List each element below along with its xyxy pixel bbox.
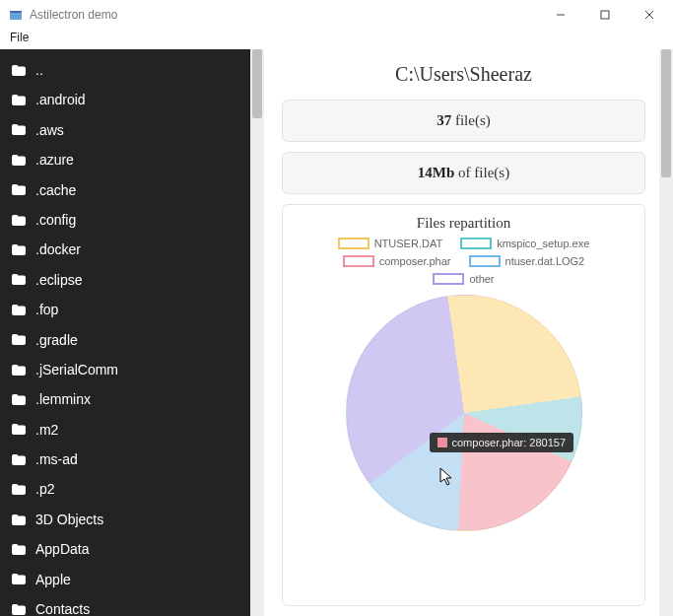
legend-item[interactable]: composer.phar (343, 255, 451, 267)
chart-title: Files repartition (417, 215, 510, 232)
folder-icon (12, 454, 26, 465)
folder-icon (12, 65, 26, 76)
file-count-suffix: file(s) (451, 112, 491, 128)
sidebar-item-label: .gradle (35, 329, 78, 351)
sidebar-item[interactable]: .lemminx (0, 384, 250, 414)
sidebar-item-label: .. (35, 59, 43, 81)
sidebar-item[interactable]: Apple (0, 565, 250, 594)
sidebar-item-label: .config (35, 209, 76, 231)
sidebar-item[interactable]: .eclipse (0, 265, 250, 295)
folder-icon (12, 484, 26, 495)
sidebar-item-label: .fop (35, 299, 58, 320)
pie-wrap: composer.phar: 280157 (346, 295, 582, 531)
folder-icon (12, 155, 26, 166)
main-scrollbar[interactable] (659, 49, 673, 616)
legend-swatch (460, 238, 492, 249)
sidebar-item-label: .ms-ad (35, 448, 78, 470)
cursor-icon (439, 467, 455, 491)
legend-label: composer.phar (379, 255, 451, 267)
file-size-suffix: of file(s) (454, 165, 509, 180)
folder-icon (12, 215, 26, 226)
svg-rect-1 (10, 11, 22, 13)
chart-card: Files repartition NTUSER.DATkmspico_setu… (282, 204, 645, 606)
sidebar-item-label: Apple (35, 569, 71, 590)
sidebar: ...android.aws.azure.cache.config.docker… (0, 49, 264, 616)
chart-tooltip: composer.phar: 280157 (430, 433, 574, 452)
legend-label: other (469, 273, 494, 285)
sidebar-item[interactable]: .aws (0, 115, 250, 145)
sidebar-item[interactable]: .p2 (0, 474, 250, 504)
sidebar-item[interactable]: .fop (0, 295, 250, 324)
sidebar-item[interactable]: AppData (0, 534, 250, 564)
sidebar-item[interactable]: .ms-ad (0, 445, 250, 474)
sidebar-item-label: .android (35, 89, 86, 110)
folder-icon (12, 95, 26, 105)
content: ...android.aws.azure.cache.config.docker… (0, 49, 673, 616)
legend-item[interactable]: other (433, 273, 494, 285)
app-icon (8, 7, 24, 23)
folder-icon (12, 365, 26, 376)
sidebar-item[interactable]: .azure (0, 145, 250, 174)
pie-chart (346, 295, 582, 531)
sidebar-item[interactable]: .docker (0, 235, 250, 264)
folder-icon (12, 334, 26, 345)
folder-icon (12, 604, 26, 615)
sidebar-item[interactable]: .m2 (0, 415, 250, 445)
legend-swatch (433, 273, 464, 285)
legend-label: NTUSER.DAT (374, 238, 442, 249)
sidebar-item[interactable]: Contacts (0, 594, 250, 616)
legend-item[interactable]: ntuser.dat.LOG2 (469, 255, 585, 267)
legend-swatch (469, 255, 501, 267)
sidebar-item[interactable]: .cache (0, 175, 250, 205)
folder-icon (12, 305, 26, 315)
legend-item[interactable]: NTUSER.DAT (338, 238, 442, 249)
minimize-button[interactable] (538, 1, 582, 29)
sidebar-scroll-thumb[interactable] (252, 49, 262, 118)
maximize-button[interactable] (582, 1, 627, 29)
legend-item[interactable]: kmspico_setup.exe (460, 238, 589, 249)
tooltip-label: composer.phar: 280157 (452, 437, 567, 448)
folder-icon (12, 424, 26, 435)
file-size-value: 14Mb (418, 165, 455, 180)
folder-icon (12, 544, 26, 555)
sidebar-item-label: .m2 (35, 419, 58, 441)
sidebar-item-label: .jSerialComm (35, 359, 118, 380)
sidebar-item[interactable]: .gradle (0, 325, 250, 355)
sidebar-item-label: .lemminx (35, 388, 91, 410)
sidebar-item-label: .cache (35, 179, 76, 201)
menubar: File (0, 30, 673, 49)
legend-swatch (338, 238, 370, 249)
sidebar-item[interactable]: 3D Objects (0, 505, 250, 534)
main-panel-wrap: C:\Users\Sheeraz 37 file(s) 14Mb of file… (264, 49, 673, 616)
sidebar-item[interactable]: .android (0, 85, 250, 114)
folder-icon (12, 394, 26, 405)
sidebar-item-label: AppData (35, 538, 89, 560)
sidebar-item-label: Contacts (35, 598, 90, 616)
sidebar-item[interactable]: .config (0, 205, 250, 235)
titlebar: Astilectron demo (0, 0, 673, 30)
close-button[interactable] (627, 1, 671, 29)
folder-icon (12, 274, 26, 285)
file-size-card: 14Mb of file(s) (282, 152, 645, 194)
chart-legend: NTUSER.DATkmspico_setup.execomposer.phar… (306, 238, 622, 285)
sidebar-item-label: .docker (35, 239, 81, 260)
menu-file[interactable]: File (6, 30, 33, 45)
legend-swatch (343, 255, 374, 267)
main-scroll-thumb[interactable] (661, 49, 671, 177)
main-panel: C:\Users\Sheeraz 37 file(s) 14Mb of file… (264, 49, 659, 616)
sidebar-item-label: .aws (35, 119, 64, 141)
file-count-value: 37 (437, 112, 451, 128)
sidebar-item[interactable]: .. (0, 55, 250, 85)
sidebar-item-label: .eclipse (35, 269, 82, 291)
folder-icon (12, 574, 26, 584)
folder-icon (12, 244, 26, 255)
sidebar-item[interactable]: .jSerialComm (0, 355, 250, 384)
svg-rect-3 (601, 11, 609, 19)
folder-icon (12, 514, 26, 525)
file-count-card: 37 file(s) (282, 100, 645, 142)
sidebar-scrollbar[interactable] (250, 49, 264, 616)
folder-list: ...android.aws.azure.cache.config.docker… (0, 49, 250, 616)
sidebar-item-label: 3D Objects (35, 509, 103, 530)
legend-label: kmspico_setup.exe (497, 238, 589, 249)
folder-icon (12, 184, 26, 195)
